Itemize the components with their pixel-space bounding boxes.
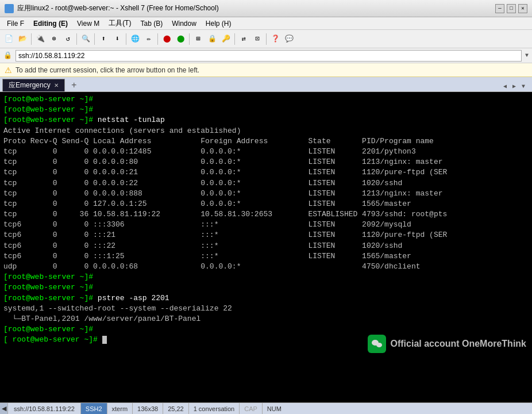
toolbar-download[interactable]: ⬇	[111, 33, 124, 45]
toolbar-sep-3	[94, 33, 95, 45]
term-line-8: tcp 0 0 0.0.0.0:21 0.0.0.0:* LISTEN 1120…	[3, 167, 529, 178]
status-caps-lock: CAP	[240, 403, 263, 414]
toolbar-open[interactable]: 📂	[16, 33, 29, 45]
address-bar: 🔒 ▼	[0, 48, 532, 63]
toolbar-find[interactable]: 🔍	[79, 33, 92, 45]
toolbar-sep-2	[76, 33, 77, 45]
toolbar-chat[interactable]: 💬	[283, 33, 295, 45]
status-terminal: xterm	[107, 403, 133, 414]
tab-emergency[interactable]: 应Emergency ✕	[2, 79, 65, 91]
watermark-text: Official account OneMoreThink	[391, 339, 526, 349]
term-line-9: tcp 0 0 0.0.0.0:22 0.0.0.0:* LISTEN 1020…	[3, 178, 529, 189]
term-line-17: udp 0 0 0.0.0.0:68 0.0.0.0:* 4750/dhclie…	[3, 262, 529, 272]
tab-next-button[interactable]: ▶	[510, 81, 518, 91]
svg-point-1	[376, 343, 382, 347]
status-ssh: ssh://10.58.81.119:22	[8, 403, 81, 414]
term-line-11: tcp 0 0 127.0.0.1:25 0.0.0.0:* LISTEN 15…	[3, 199, 529, 209]
toolbar-stop[interactable]: ⬤	[160, 33, 173, 45]
toolbar-new[interactable]: 📄	[2, 33, 15, 45]
status-dims: 136x38	[133, 403, 163, 414]
term-line-21: systemd,1 --switched-root --system --des…	[3, 304, 529, 314]
minimize-button[interactable]: ─	[495, 4, 504, 13]
toolbar-highlight[interactable]: ✏	[142, 33, 155, 45]
terminal[interactable]: [root@web-server ~]# [root@web-server ~]…	[0, 92, 532, 374]
term-line-7: tcp 0 0 0.0.0.0:80 0.0.0.0:* LISTEN 1213…	[3, 157, 529, 167]
status-num-lock: NUM	[263, 403, 286, 414]
status-bar: ◀ ssh://10.58.81.119:22 SSH2 xterm 136x3…	[0, 402, 532, 414]
toolbar-help[interactable]: ❓	[269, 33, 282, 45]
close-button[interactable]: ✕	[518, 4, 527, 13]
menu-editing[interactable]: Editing (E)	[29, 18, 72, 29]
toolbar-lock[interactable]: 🔒	[206, 33, 218, 45]
term-line-16: tcp6 0 0 :::1:25 :::* LISTEN 1565/master	[3, 251, 529, 262]
toolbar-monitor[interactable]: ⊡	[251, 33, 264, 45]
toolbar-globe[interactable]: 🌐	[129, 33, 141, 45]
term-line-19: [root@web-server ~]#	[3, 282, 529, 293]
menu-tools[interactable]: 工具(T)	[104, 17, 136, 29]
info-bar: ⚠ To add the current session, click the …	[0, 63, 532, 77]
toolbar: 📄 📂 🔌 ⊗ ↺ 🔍 ⬆ ⬇ 🌐 ✏ ⬤ ⬤ ⊞ 🔒 🔑 ⇄ ⊡ ❓ 💬	[0, 30, 532, 48]
toolbar-disconnect[interactable]: ⊗	[48, 33, 60, 45]
toolbar-sep-5	[157, 33, 158, 45]
status-cursor-pos: 25,22	[163, 403, 189, 414]
term-line-18: [root@web-server ~]#	[3, 272, 529, 282]
tab-menu-button[interactable]: ▼	[519, 81, 527, 91]
toolbar-upload[interactable]: ⬆	[97, 33, 110, 45]
ssl-lock-icon: 🔒	[3, 51, 12, 60]
tab-nav: ◀ ▶ ▼	[501, 81, 527, 91]
tab-bar: 应Emergency ✕ + ◀ ▶ ▼	[0, 77, 532, 92]
wechat-icon	[368, 335, 386, 353]
menu-window[interactable]: Window	[167, 18, 201, 29]
toolbar-sep-8	[266, 33, 267, 45]
address-input[interactable]	[16, 50, 522, 62]
toolbar-key[interactable]: 🔑	[219, 33, 232, 45]
term-line-14: tcp6 0 0 :::21 :::* LISTEN 1120/pure-ftp…	[3, 230, 529, 240]
app-icon	[5, 4, 14, 13]
term-line-4: Active Internet connections (servers and…	[3, 126, 529, 136]
term-line-3: [root@web-server ~]# netstat -tunlap	[3, 115, 529, 125]
term-line-2: [root@web-server ~]#	[3, 105, 529, 115]
toolbar-sep-1	[31, 33, 32, 45]
menu-help[interactable]: Help (H)	[201, 18, 236, 29]
menu-file[interactable]: File F	[2, 18, 29, 29]
term-line-24: [root@web-server ~]#	[3, 324, 529, 335]
window-title: 应用linux2 - root@web-server:~ - Xshell 7 …	[17, 3, 219, 13]
term-line-6: tcp 0 0 0.0.0.0:12485 0.0.0.0:* LISTEN 2…	[3, 147, 529, 157]
term-line-12: tcp 0 36 10.58.81.119:22 10.58.81.30:265…	[3, 209, 529, 220]
toolbar-sep-7	[234, 33, 235, 45]
info-message: To add the current session, click the ar…	[16, 66, 199, 74]
menu-view[interactable]: View M	[72, 18, 104, 29]
term-line-13: tcp6 0 0 :::3306 :::* LISTEN 2092/mysqld	[3, 220, 529, 230]
term-line-20: [root@web-server ~]# pstree -asp 2201	[3, 293, 529, 304]
status-protocol: SSH2	[81, 403, 107, 414]
watermark: Official account OneMoreThink	[368, 335, 526, 353]
status-conversations: 1 conversation	[189, 403, 240, 414]
toolbar-connect[interactable]: 🔌	[34, 33, 47, 45]
toolbar-sep-6	[189, 33, 190, 45]
window-controls: ─ □ ✕	[495, 4, 527, 13]
toolbar-record[interactable]: ⬤	[174, 33, 187, 45]
info-icon: ⚠	[5, 66, 12, 75]
toolbar-sep-4	[126, 33, 126, 45]
toolbar-split[interactable]: ⊞	[192, 33, 205, 45]
address-arrow-button[interactable]: ▼	[525, 52, 529, 59]
term-line-22: └─BT-Panel,2201 /www/server/panel/BT-Pan…	[3, 314, 529, 324]
tab-close-icon[interactable]: ✕	[54, 82, 59, 89]
term-line-15: tcp6 0 0 :::22 :::* LISTEN 1020/sshd	[3, 241, 529, 251]
title-text: 应用linux2 - root@web-server:~ - Xshell 7 …	[5, 3, 219, 13]
term-line-5: Proto Recv-Q Send-Q Local Address Foreig…	[3, 136, 529, 147]
toolbar-transfer[interactable]: ⇄	[237, 33, 250, 45]
menu-bar: File F Editing (E) View M 工具(T) Tab (B) …	[0, 17, 532, 30]
maximize-button[interactable]: □	[507, 4, 516, 13]
title-bar: 应用linux2 - root@web-server:~ - Xshell 7 …	[0, 0, 532, 17]
term-line-10: tcp 0 0 0.0.0.0:888 0.0.0.0:* LISTEN 121…	[3, 189, 529, 199]
sidebar-toggle[interactable]: ◀	[0, 403, 8, 414]
term-line-1: [root@web-server ~]#	[3, 94, 529, 105]
tab-label: 应Emergency	[9, 80, 51, 90]
tab-prev-button[interactable]: ◀	[501, 81, 509, 91]
new-tab-button[interactable]: +	[68, 80, 80, 91]
toolbar-reconnect[interactable]: ↺	[61, 33, 74, 45]
menu-tab[interactable]: Tab (B)	[136, 18, 167, 29]
